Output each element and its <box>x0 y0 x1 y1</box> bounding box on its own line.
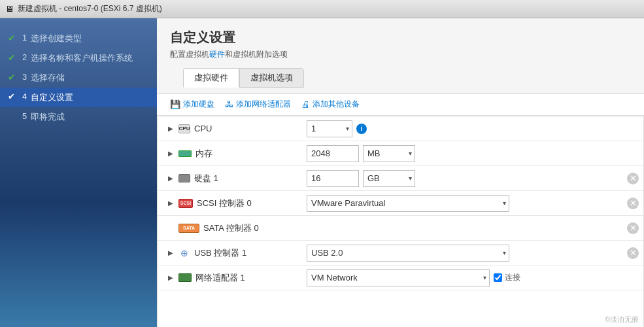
scsi-controls: VMware Paravirtual LSI Logic SAS LSI Log… <box>301 192 622 215</box>
hdd-delete-icon[interactable]: ✕ <box>627 173 639 184</box>
scsi-type-wrapper: VMware Paravirtual LSI Logic SAS LSI Log… <box>307 195 509 212</box>
add-device-label: 添加其他设备 <box>313 99 360 110</box>
expand-arrow-icon[interactable]: ▶ <box>168 249 175 256</box>
scsi-delete-icon[interactable]: ✕ <box>627 198 639 209</box>
usb-delete-icon[interactable]: ✕ <box>627 247 639 259</box>
title-bar-text: 新建虚拟机 - centos7-0 (ESXi 6.7 虚拟机) <box>18 3 162 14</box>
hdd-icon: 💾 <box>170 99 180 109</box>
add-device-button[interactable]: 🖨 添加其他设备 <box>301 99 360 110</box>
sidebar-step-num: 3 <box>22 72 27 82</box>
cpu-delete-area <box>622 126 643 131</box>
toolbar: 💾 添加硬盘 🖧 添加网络适配器 🖨 添加其他设备 <box>157 93 644 116</box>
cpu-controls: 1248 i <box>301 118 622 140</box>
scsi-label: ▶ SCSI SCSI 控制器 0 <box>158 194 301 213</box>
net-connected-checkbox[interactable] <box>494 273 502 282</box>
sidebar-item-step1[interactable]: ✔ 1 选择创建类型 <box>0 29 157 48</box>
sata-delete-area[interactable]: ✕ <box>622 220 643 237</box>
sata-controls <box>301 226 622 231</box>
scsi-delete-area[interactable]: ✕ <box>622 195 643 212</box>
sidebar-item-label: 选择名称和客户机操作系统 <box>31 52 133 64</box>
hdd-controls: MBGBTB <box>301 167 622 190</box>
table-row: ▶ SCSI SCSI 控制器 0 VMware Paravirtual LSI… <box>158 191 643 216</box>
net-controls: VM Network vmnic0 连接 <box>301 267 622 289</box>
tab-virtual-hardware[interactable]: 虚拟硬件 <box>183 68 239 88</box>
add-hdd-label: 添加硬盘 <box>183 99 214 110</box>
title-bar-icon: 🖥 <box>5 4 14 14</box>
add-hdd-button[interactable]: 💾 添加硬盘 <box>170 99 214 110</box>
sidebar: ✔ 1 选择创建类型 ✔ 2 选择名称和客户机操作系统 ✔ 3 选择存储 ✔ 4… <box>0 18 157 327</box>
usb-label-text: USB 控制器 1 <box>194 247 246 259</box>
usb-label: ▶ ⊕ USB 控制器 1 <box>158 243 301 263</box>
tab-vm-options[interactable]: 虚拟机选项 <box>239 68 304 88</box>
content-header: 自定义设置 配置虚拟机硬件和虚拟机附加选项 虚拟硬件 虚拟机选项 <box>157 18 644 93</box>
net-connected-checkbox-group: 连接 <box>494 272 520 283</box>
net-type-select[interactable]: VM Network vmnic0 <box>307 269 490 286</box>
sidebar-item-step5[interactable]: ✔ 5 即将完成 <box>0 107 157 127</box>
hdd-size-input[interactable] <box>307 170 359 187</box>
hdd-delete-area[interactable]: ✕ <box>622 170 643 187</box>
usb-icon: ⊕ <box>178 249 190 258</box>
net-connected-label: 连接 <box>505 272 520 283</box>
sidebar-item-step3[interactable]: ✔ 3 选择存储 <box>0 68 157 88</box>
expand-arrow-icon[interactable]: ▶ <box>168 150 175 157</box>
expand-arrow-icon[interactable]: ▶ <box>168 125 175 132</box>
usb-controls: USB 2.0 USB 3.0 USB 3.1 <box>301 242 622 264</box>
expand-arrow-icon[interactable]: ▶ <box>168 199 175 207</box>
hdd-unit-select[interactable]: MBGBTB <box>363 170 415 187</box>
device-icon: 🖨 <box>301 99 310 109</box>
expand-arrow-icon[interactable]: ▶ <box>168 274 175 281</box>
sidebar-item-step2[interactable]: ✔ 2 选择名称和客户机操作系统 <box>0 48 157 68</box>
watermark: ©淡泊无痕 <box>605 315 639 324</box>
usb-type-wrapper: USB 2.0 USB 3.0 USB 3.1 <box>307 245 509 262</box>
content-area: 自定义设置 配置虚拟机硬件和虚拟机附加选项 虚拟硬件 虚拟机选项 💾 添加硬盘 … <box>157 18 644 327</box>
table-row: ▶ 网络适配器 1 VM Network vmnic0 连接 <box>158 266 643 290</box>
sidebar-item-step4[interactable]: ✔ 4 自定义设置 <box>0 88 157 107</box>
sidebar-item-label: 自定义设置 <box>31 92 73 103</box>
memory-unit-select[interactable]: MBGB <box>363 145 415 162</box>
scsi-type-select[interactable]: VMware Paravirtual LSI Logic SAS LSI Log… <box>307 195 509 212</box>
spacer: ✔ <box>8 111 18 122</box>
checkmark-icon: ✔ <box>8 52 18 63</box>
net-icon <box>178 273 192 282</box>
usb-delete-area[interactable]: ✕ <box>622 245 643 262</box>
memory-input[interactable] <box>307 145 359 162</box>
active-arrow-icon: ✔ <box>8 92 18 101</box>
net-label-text: 网络适配器 1 <box>195 272 245 284</box>
page-title: 自定义设置 <box>170 29 631 46</box>
hdd-icon <box>178 174 190 182</box>
cpu-info-icon[interactable]: i <box>356 124 367 134</box>
sidebar-step-num: 1 <box>22 33 27 43</box>
page-subtitle: 配置虚拟机硬件和虚拟机附加选项 <box>170 49 631 60</box>
table-row: ▶ ⊕ USB 控制器 1 USB 2.0 USB 3.0 USB 3.1 ✕ <box>158 241 643 266</box>
sidebar-item-label: 选择存储 <box>31 72 65 84</box>
sidebar-step-num: 5 <box>22 111 27 121</box>
add-network-button[interactable]: 🖧 添加网络适配器 <box>225 99 291 110</box>
memory-icon <box>178 150 192 157</box>
net-delete-area <box>622 275 643 281</box>
hdd-unit-wrapper: MBGBTB <box>363 170 415 187</box>
main-container: ✔ 1 选择创建类型 ✔ 2 选择名称和客户机操作系统 ✔ 3 选择存储 ✔ 4… <box>0 18 644 327</box>
sata-delete-icon[interactable]: ✕ <box>627 222 639 234</box>
sidebar-item-label: 即将完成 <box>31 111 65 123</box>
sata-label-text: SATA 控制器 0 <box>203 222 259 234</box>
cpu-label-text: CPU <box>194 124 212 133</box>
table-row: ▶ 内存 MBGB <box>158 141 643 166</box>
sidebar-step-num: 4 <box>22 92 27 101</box>
cpu-count-wrapper: 1248 <box>307 120 352 137</box>
cpu-count-select[interactable]: 1248 <box>307 120 352 137</box>
scsi-icon: SCSI <box>178 199 193 208</box>
net-type-wrapper: VM Network vmnic0 <box>307 269 490 286</box>
network-icon: 🖧 <box>225 99 233 109</box>
scsi-label-text: SCSI 控制器 0 <box>197 198 252 209</box>
table-row: ▶ CPU CPU 1248 i <box>158 116 643 141</box>
cpu-label: ▶ CPU CPU <box>158 120 301 137</box>
memory-label: ▶ 内存 <box>158 144 301 164</box>
hdd-label-text: 硬盘 1 <box>194 173 218 184</box>
usb-type-select[interactable]: USB 2.0 USB 3.0 USB 3.1 <box>307 245 509 262</box>
checkmark-icon: ✔ <box>8 72 18 82</box>
expand-arrow-icon[interactable]: ▶ <box>168 175 175 182</box>
cpu-icon: CPU <box>178 124 190 133</box>
checkmark-icon: ✔ <box>8 33 18 43</box>
hdd-label: ▶ 硬盘 1 <box>158 169 301 188</box>
table-row: ▶ SATA SATA 控制器 0 ✕ <box>158 216 643 241</box>
